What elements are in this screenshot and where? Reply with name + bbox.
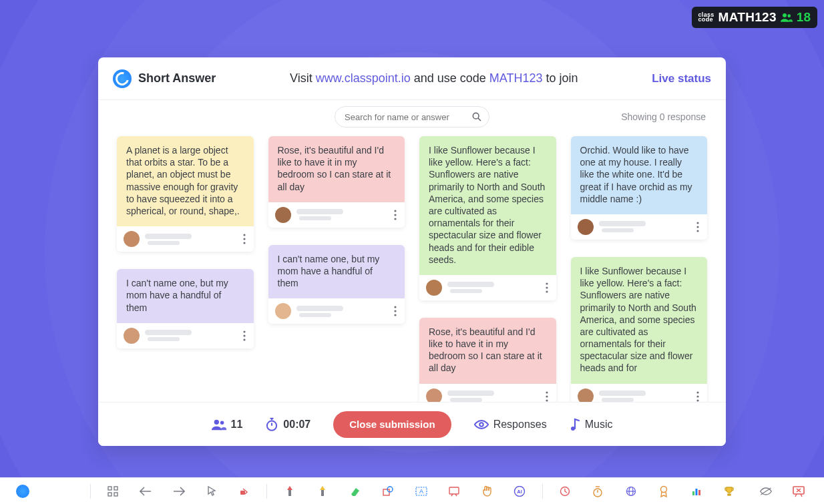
highlighter-yellow-icon[interactable] <box>314 482 332 501</box>
response-text: Orchid. Would like to have one at my hou… <box>571 136 708 214</box>
participants-count: 18 <box>797 10 811 25</box>
join-url[interactable]: www.classpoint.io <box>316 71 411 85</box>
live-status-link[interactable]: Live status <box>652 72 711 85</box>
response-card[interactable]: I like Sunflower because I like yellow. … <box>571 257 708 402</box>
classpoint-logo-icon[interactable] <box>16 485 29 498</box>
pointer-icon[interactable] <box>202 482 220 501</box>
panel-footer: 11 00:07 Close submission Responses Musi… <box>98 402 726 446</box>
name-placeholder <box>447 391 494 396</box>
svg-point-1 <box>787 14 791 17</box>
eye-icon <box>474 419 489 430</box>
system-toolbar: A AI <box>0 477 824 504</box>
response-card[interactable]: I like Sunflower because I like yellow. … <box>419 136 556 300</box>
music-icon <box>570 418 580 431</box>
svg-point-23 <box>696 226 698 228</box>
exit-presentation-icon[interactable] <box>790 482 808 501</box>
svg-point-29 <box>220 421 224 425</box>
participant-stat: 11 <box>212 419 243 431</box>
name-placeholder <box>602 228 634 232</box>
name-placeholder <box>145 234 192 239</box>
pen-red-icon[interactable] <box>280 482 298 501</box>
music-label: Music <box>585 419 613 431</box>
svg-text:A: A <box>419 488 423 495</box>
search-icon <box>471 111 482 122</box>
avatar <box>275 207 291 223</box>
textbox-icon[interactable]: A <box>412 482 430 501</box>
search-box[interactable] <box>335 106 489 128</box>
response-card[interactable]: I can't name one, but my mom have a hand… <box>268 245 405 324</box>
avatar <box>426 389 442 402</box>
more-icon[interactable] <box>695 389 700 402</box>
award-icon[interactable] <box>654 482 672 501</box>
svg-rect-61 <box>695 489 697 495</box>
timer-icon[interactable] <box>589 482 607 501</box>
response-card[interactable]: Orchid. Would like to have one at my hou… <box>571 136 708 240</box>
response-footer <box>419 275 556 300</box>
avatar <box>275 303 291 319</box>
random-icon[interactable] <box>556 482 574 501</box>
shape-icon[interactable] <box>379 482 397 501</box>
grid-icon[interactable] <box>104 482 122 501</box>
svg-point-8 <box>243 334 245 336</box>
svg-rect-41 <box>288 490 291 496</box>
eraser-green-icon[interactable] <box>347 482 365 501</box>
name-placeholder <box>145 330 192 335</box>
avatar <box>426 280 442 296</box>
svg-rect-60 <box>692 491 694 495</box>
avatar <box>124 231 140 247</box>
name-placeholder <box>296 306 343 311</box>
music-link[interactable]: Music <box>570 418 613 431</box>
timer-stat: 00:07 <box>265 417 311 432</box>
classpoint-logo-icon <box>113 69 132 88</box>
people-icon <box>212 419 226 431</box>
activity-title: Short Answer <box>138 71 216 85</box>
browser-icon[interactable] <box>622 482 640 501</box>
svg-point-18 <box>546 290 548 292</box>
svg-rect-42 <box>321 490 324 496</box>
trophy-icon[interactable] <box>720 482 738 501</box>
panel-header: Short Answer Visit www.classpoint.io and… <box>98 57 726 100</box>
svg-point-2 <box>473 113 479 119</box>
more-icon[interactable] <box>242 328 247 344</box>
svg-point-10 <box>394 210 396 212</box>
response-footer <box>571 384 708 402</box>
response-card[interactable]: I can't name one, but my mom have a hand… <box>117 269 254 348</box>
eraser-red-icon[interactable] <box>235 482 253 501</box>
stopwatch-icon <box>265 417 278 432</box>
avatar <box>578 219 594 235</box>
more-icon[interactable] <box>393 207 398 223</box>
response-text: I like Sunflower because I like yellow. … <box>571 257 708 384</box>
svg-rect-47 <box>449 487 459 494</box>
class-code-label: class code <box>698 13 714 22</box>
hide-icon[interactable] <box>757 482 775 501</box>
responses-area: A planet is a large object that orbits a… <box>98 131 726 402</box>
poll-icon[interactable] <box>687 482 705 501</box>
participants-icon <box>781 13 793 22</box>
svg-point-17 <box>546 286 548 288</box>
search-input[interactable] <box>345 112 467 122</box>
response-card[interactable]: Rose, it's beautiful and I'd like to hav… <box>268 136 405 228</box>
svg-point-11 <box>394 214 396 216</box>
svg-point-20 <box>546 395 548 397</box>
ai-icon[interactable]: AI <box>511 482 529 501</box>
response-card[interactable]: Rose, it's beautiful and I'd like to hav… <box>419 318 556 402</box>
responses-link[interactable]: Responses <box>474 419 547 431</box>
more-icon[interactable] <box>544 389 550 402</box>
svg-text:AI: AI <box>517 489 522 495</box>
svg-point-21 <box>546 399 548 401</box>
close-submission-button[interactable]: Close submission <box>333 411 451 438</box>
whiteboard-icon[interactable] <box>445 482 463 501</box>
more-icon[interactable] <box>695 219 700 235</box>
svg-point-22 <box>696 222 698 224</box>
svg-point-15 <box>394 314 396 316</box>
drag-icon[interactable] <box>477 482 495 501</box>
response-card[interactable]: A planet is a large object that orbits a… <box>117 136 254 252</box>
more-icon[interactable] <box>242 231 247 247</box>
arrow-left-icon[interactable] <box>137 482 155 501</box>
more-icon[interactable] <box>544 280 550 296</box>
more-icon[interactable] <box>393 303 398 319</box>
svg-point-24 <box>696 230 698 232</box>
response-footer <box>419 384 556 402</box>
arrow-right-icon[interactable] <box>170 482 188 501</box>
class-code-badge[interactable]: class code MATH123 18 <box>692 7 817 28</box>
